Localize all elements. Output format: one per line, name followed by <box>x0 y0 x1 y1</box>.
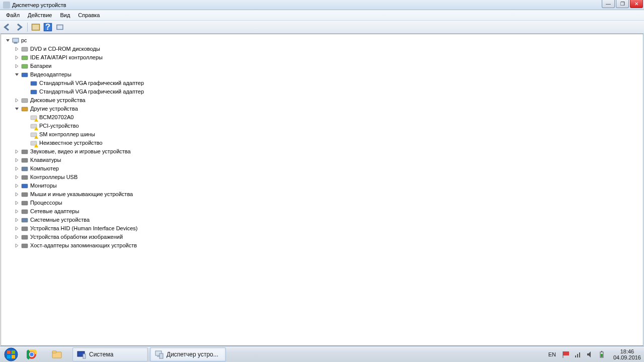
tray-language[interactable]: EN <box>546 350 558 358</box>
twisty-none <box>23 140 29 146</box>
menu-help[interactable]: Справка <box>74 11 104 19</box>
tree-item-storage[interactable]: Хост-адаптеры запоминающих устройств <box>14 241 643 250</box>
chevron-right-icon[interactable] <box>14 192 20 197</box>
properties-button[interactable] <box>31 22 41 32</box>
tree-item-network[interactable]: Сетевые адаптеры <box>14 207 643 216</box>
chevron-down-icon[interactable] <box>14 72 20 77</box>
menu-action[interactable]: Действие <box>24 11 56 19</box>
tree-item-label: PCI-устройство <box>39 122 79 130</box>
svg-rect-46 <box>563 351 569 355</box>
flag-icon[interactable] <box>562 350 570 358</box>
tree-item-monitors[interactable]: Мониторы <box>14 182 643 190</box>
svg-rect-16 <box>31 133 37 137</box>
titlebar: Диспетчер устройств — ❐ ✕ <box>0 0 644 10</box>
tree-item-hid[interactable]: Устройства HID (Human Interface Devices) <box>14 224 643 233</box>
tree-item-label: Дисковые устройства <box>30 96 86 105</box>
start-button[interactable] <box>1 347 21 362</box>
menu-file[interactable]: Файл <box>2 11 24 19</box>
chevron-right-icon[interactable] <box>14 46 20 52</box>
tree-item-other_bcm[interactable]: BCM20702A0 <box>23 113 643 122</box>
chevron-right-icon[interactable] <box>14 166 20 171</box>
tree-item-imaging[interactable]: Устройства обработки изображений <box>14 233 643 241</box>
forward-button[interactable] <box>14 22 24 32</box>
tree-item-other_pci[interactable]: PCI-устройство <box>23 122 643 130</box>
taskbar-chrome[interactable] <box>22 347 45 361</box>
tree-root[interactable]: pc <box>5 36 643 45</box>
chevron-right-icon[interactable] <box>14 157 20 163</box>
chevron-right-icon[interactable] <box>14 174 20 180</box>
taskbar-devmgr-label: Диспетчер устро... <box>167 351 218 358</box>
svg-rect-22 <box>22 184 28 188</box>
tree-item-video_child2[interactable]: Стандартный VGA графический адаптер <box>23 87 643 96</box>
chevron-right-icon[interactable] <box>14 149 20 154</box>
tree-item-other_unknown[interactable]: Неизвестное устройство <box>23 139 643 147</box>
taskbar-system[interactable]: Система <box>72 347 148 361</box>
chevron-down-icon[interactable] <box>14 106 20 112</box>
svg-rect-32 <box>12 350 15 354</box>
tree-item-system[interactable]: Системные устройства <box>14 216 643 224</box>
tree-item-usb[interactable]: Контроллеры USB <box>14 173 643 182</box>
network-icon <box>21 208 29 215</box>
tree-item-mice[interactable]: Мыши и иные указывающие устройства <box>14 190 643 199</box>
svg-rect-42 <box>83 354 86 358</box>
svg-text:?: ? <box>45 23 50 31</box>
tree-item-label: Хост-адаптеры запоминающих устройств <box>30 241 137 250</box>
chevron-right-icon[interactable] <box>14 243 20 248</box>
tree-item-video[interactable]: Видеоадаптеры <box>14 70 643 79</box>
app-icon <box>3 2 10 9</box>
svg-rect-49 <box>577 354 578 357</box>
svg-rect-40 <box>52 351 56 353</box>
svg-rect-7 <box>22 56 28 60</box>
chevron-right-icon[interactable] <box>14 209 20 214</box>
tray-clock[interactable]: 18:46 04.09.2016 <box>610 348 641 360</box>
chevron-right-icon[interactable] <box>14 55 20 60</box>
tree-item-processors[interactable]: Процессоры <box>14 199 643 207</box>
tree-item-disks[interactable]: Дисковые устройства <box>14 96 643 105</box>
chevron-right-icon[interactable] <box>14 183 20 189</box>
back-button[interactable] <box>2 22 12 32</box>
minimize-button[interactable]: — <box>602 0 615 8</box>
maximize-button[interactable]: ❐ <box>616 0 629 8</box>
help-button[interactable]: ? <box>43 22 53 32</box>
tree-item-keyboards[interactable]: Клавиатуры <box>14 156 643 164</box>
menu-view[interactable]: Вид <box>56 11 74 19</box>
hid-icon <box>21 225 29 232</box>
tree-item-dvd[interactable]: DVD и CD-ROM дисководы <box>14 45 643 53</box>
taskbar-devmgr[interactable]: Диспетчер устро... <box>150 347 226 361</box>
other-icon <box>21 106 29 113</box>
tree-item-sound[interactable]: Звуковые, видео и игровые устройства <box>14 147 643 156</box>
network-icon[interactable] <box>574 350 582 358</box>
twisty-none <box>23 115 29 120</box>
chevron-down-icon[interactable] <box>5 38 11 43</box>
svg-rect-0 <box>32 24 40 30</box>
tree-item-other_sm[interactable]: SM контроллер шины <box>23 130 643 139</box>
scan-hardware-button[interactable] <box>55 22 65 32</box>
chevron-right-icon[interactable] <box>14 217 20 223</box>
dvd-icon <box>21 46 29 53</box>
svg-rect-14 <box>31 116 37 120</box>
tree-item-label: Процессоры <box>30 199 62 207</box>
system-icon <box>21 217 29 224</box>
battery-icon[interactable] <box>598 350 606 358</box>
chevron-right-icon[interactable] <box>14 200 20 206</box>
tree-item-batteries[interactable]: Батареи <box>14 62 643 70</box>
tray-time: 18:46 <box>613 348 641 354</box>
taskbar-explorer[interactable] <box>47 347 70 361</box>
tree-item-label: Стандартный VGA графический адаптер <box>39 87 144 96</box>
svg-rect-50 <box>579 352 580 357</box>
svg-rect-19 <box>22 158 28 162</box>
tree-item-other[interactable]: Другие устройства <box>14 105 643 113</box>
chevron-right-icon[interactable] <box>14 234 20 240</box>
tree-item-video_child1[interactable]: Стандартный VGA графический адаптер <box>23 79 643 87</box>
close-button[interactable]: ✕ <box>630 0 643 8</box>
tree-item-label: SM контроллер шины <box>39 130 95 139</box>
tree-item-computer[interactable]: Компьютер <box>14 164 643 173</box>
sound-icon[interactable] <box>586 350 594 358</box>
svg-rect-45 <box>159 353 163 358</box>
chevron-right-icon[interactable] <box>14 63 20 69</box>
computer-icon <box>21 165 29 172</box>
tree-item-ide[interactable]: IDE ATA/ATAPI контроллеры <box>14 53 643 62</box>
chevron-right-icon[interactable] <box>14 226 20 231</box>
tree-item-label: Неизвестное устройство <box>39 139 103 147</box>
chevron-right-icon[interactable] <box>14 98 20 103</box>
